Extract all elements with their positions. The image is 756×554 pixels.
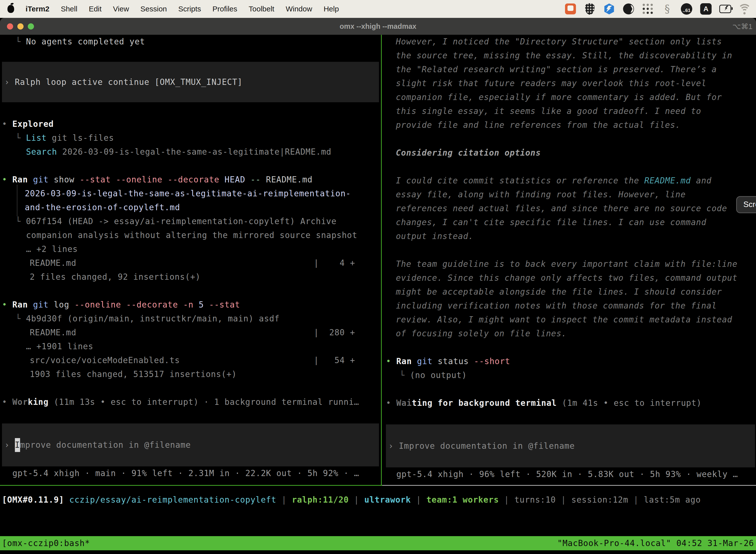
dots-grid-icon[interactable] [642, 3, 654, 15]
menu-item-view[interactable]: View [113, 5, 129, 13]
text-segment: README.md [644, 176, 691, 185]
text-segment: However, I noticed the "Directory Struct… [396, 37, 722, 46]
text-segment: Ran [12, 300, 28, 310]
wifi-icon[interactable] [739, 3, 751, 15]
screen-tooltip: Scre [736, 196, 756, 213]
text-segment: turns:10 [514, 495, 561, 505]
pane-border-bottom-inactive [382, 485, 756, 486]
text-segment: Considering citation options [396, 148, 541, 158]
prompt-input[interactable]: › Improve documentation in @filename [386, 425, 755, 467]
text-segment: … +1901 lines [26, 341, 93, 351]
thinking-p1: companion file, especially if more comme… [384, 90, 756, 104]
thinking-p2: output instead. [384, 229, 756, 243]
text-segment: 2026-03-09-is-legal-the-same-as-legitima… [25, 189, 351, 198]
text-segment: companion file, especially if more comme… [396, 92, 722, 102]
text-segment: 4b9d30f (origin/main, instructkr/main, m… [26, 314, 280, 323]
prompt-input[interactable]: › Improve documentation in @filename [2, 424, 379, 466]
thinking-p2: I could cite commit statistics or refere… [384, 174, 756, 188]
menu-item-help[interactable]: Help [324, 5, 339, 13]
text-segment: No agents completed yet [26, 37, 145, 46]
text-segment: Search [26, 147, 57, 157]
text-segment: provide file and line references from th… [396, 120, 681, 130]
text-segment: └ [16, 314, 26, 323]
git-log-summary: 1903 files changed, 513517 insertions(+) [0, 367, 380, 381]
text-segment: | [504, 495, 514, 505]
working-status: • Working (11m 13s • esc to interrupt) ·… [0, 395, 380, 409]
text-segment: changes, I can't cite specific file line… [396, 217, 706, 227]
macos-menu-bar: iTerm2ShellEditViewSessionScriptsProfile… [0, 0, 756, 18]
tmux-pane-right[interactable]: However, I noticed the "Directory Struct… [384, 35, 756, 485]
battery-icon[interactable] [719, 3, 731, 15]
tmux-host-clock: "MacBook-Pro-44.local" 04:52 31-Mar-26 [557, 536, 754, 550]
git-log-out-1: └ 4b9d30f (origin/main, instructkr/main,… [0, 312, 380, 326]
text-segment: including verification notes with those … [396, 301, 717, 311]
thinking-p3: including verification notes with those … [384, 299, 756, 313]
text-segment: show [49, 175, 74, 184]
text-segment: └ [16, 216, 26, 226]
text-segment: the "Related research writing" section i… [396, 64, 717, 74]
thinking-p3: of focusing solely on file lines. [384, 327, 756, 340]
menu-item-edit[interactable]: Edit [89, 5, 102, 13]
text-segment: output instead. [396, 231, 474, 241]
menu-item-scripts[interactable]: Scripts [178, 5, 201, 13]
text-segment: might be acceptable alongside the file l… [396, 287, 722, 296]
a-app-icon[interactable]: A [700, 3, 712, 15]
text-segment: • [386, 398, 396, 408]
text-segment: Ran [12, 175, 28, 184]
badge-61-icon[interactable]: ..61 [681, 3, 693, 15]
text-segment: this single essay, it seems like a good … [396, 106, 701, 116]
apple-menu-icon[interactable] [7, 5, 14, 13]
thinking-p1: slight risk that future readers may over… [384, 76, 756, 90]
model-status: gpt-5.4 xhigh · main · 91% left · 2.31M … [0, 466, 380, 480]
thinking-p2: references need actual files, and since … [384, 202, 756, 215]
text-segment: ting for background terminal [412, 398, 557, 408]
text-segment: • [386, 356, 396, 366]
hex-bolt-icon[interactable] [603, 3, 615, 15]
git-show-out-3: … +2 lines [0, 242, 380, 256]
git-show-summary: 2 files changed, 92 insertions(+) [0, 270, 380, 284]
text-segment: slight risk that future readers may over… [396, 78, 706, 88]
shield-grid-icon[interactable] [584, 3, 596, 15]
squiggle-icon[interactable]: § [661, 3, 673, 15]
text-segment: --stat --oneline --decorate [74, 175, 219, 184]
text-segment: --stat [204, 300, 240, 310]
git-show-out-1: └ 067f154 (HEAD -> essay/ai-reimplementa… [0, 214, 380, 228]
diffstat-count: | 4 + [314, 256, 355, 270]
text-segment: git [412, 356, 432, 366]
git-status-out: └ (no output) [384, 368, 756, 382]
chat-app-icon[interactable] [565, 3, 576, 15]
text-segment: src/voice/voiceModeEnabled.ts [30, 355, 180, 365]
text-segment: I could cite commit statistics or refere… [396, 176, 644, 185]
menu-item-session[interactable]: Session [140, 5, 167, 13]
text-segment: king [28, 397, 48, 407]
text-segment: › [4, 438, 15, 452]
git-log-out-2: … +1901 lines [0, 340, 380, 353]
text-segment: last:5m ago [644, 495, 701, 505]
tmux-pane-left[interactable]: └ No agents completed yet› Ralph loop ac… [0, 35, 380, 485]
text-segment: git ls-files [47, 133, 114, 143]
tmux-session-name[interactable]: [omx-cczip0:bash* [2, 536, 90, 550]
pane-divider-vertical[interactable] [381, 35, 382, 485]
text-segment: Ralph loop active continue [OMX_TMUX_INJ… [15, 75, 243, 89]
omx-status-line: [OMX#0.11.9] cczip/essay/ai-reimplementa… [2, 493, 701, 507]
menu-status-icons: § ..61 A [565, 3, 756, 15]
text-segment: essay file, along with finding root file… [396, 189, 686, 199]
git-show-arg-2: and-the-erosion-of-copyleft.md [0, 201, 380, 214]
screen: iTerm2ShellEditViewSessionScriptsProfile… [0, 0, 756, 554]
text-segment: -- [245, 175, 261, 184]
text-segment: gpt-5.4 xhigh · 96% left · 520K in · 5.8… [396, 469, 738, 479]
thinking-p1: this single essay, it seems like a good … [384, 104, 756, 118]
menu-item-toolbelt[interactable]: Toolbelt [249, 5, 274, 13]
explored-list: └ List git ls-files [0, 131, 380, 145]
menu-item-profiles[interactable]: Profiles [212, 5, 237, 13]
text-segment: 2026-03-09-is-legal-the-same-as-legitima… [57, 147, 331, 157]
thinking-p3: might be acceptable alongside the file l… [384, 285, 756, 299]
menu-item-window[interactable]: Window [286, 5, 312, 13]
dark-pie-icon[interactable] [623, 3, 634, 15]
menu-item-shell[interactable]: Shell [61, 5, 77, 13]
text-segment: List [26, 133, 47, 143]
thinking-p3: evidence. Since this change only affects… [384, 271, 756, 285]
menu-item-iterm2[interactable]: iTerm2 [25, 5, 49, 13]
text-segment: • [2, 175, 12, 184]
text-segment: HEAD [219, 175, 245, 184]
